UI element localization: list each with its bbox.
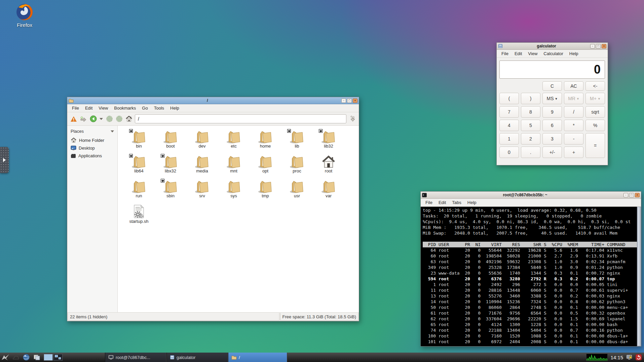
file-item-var[interactable]: var [313,179,344,204]
file-item-lib64[interactable]: lib64 [123,155,155,179]
file-item-proc[interactable]: proc [281,155,313,179]
file-item-home[interactable]: home [250,130,281,155]
calc-key-([interactable]: ( [499,93,519,104]
path-input[interactable] [135,114,346,123]
file-item-srv[interactable]: srv [186,179,218,204]
term-scrollbar-thumb[interactable] [637,207,641,346]
file-item-sys[interactable]: sys [218,179,250,204]
file-manager-icon[interactable] [31,353,42,362]
file-item-root[interactable]: root [313,155,344,179]
file-item-sbin[interactable]: sbin [155,179,186,204]
maximize-button[interactable]: □ [629,193,634,197]
calc-key-<-[interactable]: <- [585,81,605,91]
calc-key-8[interactable]: 8 [521,106,540,118]
menu-file[interactable]: File [499,50,511,57]
file-item-usr[interactable]: usr [281,179,313,204]
calc-key-ac[interactable]: AC [564,81,583,91]
minimize-button[interactable]: - [623,193,628,197]
web-browser-icon[interactable] [21,353,31,362]
fm-places-header[interactable]: Places [67,127,117,136]
maximize-button[interactable]: □ [347,98,352,103]
calc-key-6[interactable]: 6 [542,120,562,131]
calc-key-+/-[interactable]: +/- [542,147,562,158]
power-button[interactable] [635,354,642,361]
menu-help[interactable]: Help [567,50,581,57]
calc-key-*[interactable]: * [564,120,583,131]
calc-key-.[interactable]: . [521,147,540,158]
minimize-all-button[interactable] [10,353,21,362]
menu-tools[interactable]: Tools [151,104,167,112]
calc-key-=[interactable]: = [585,133,605,158]
calc-key-/[interactable]: / [564,106,583,118]
new-tab-icon[interactable] [80,115,87,123]
file-item-startup.sh[interactable]: startup.sh [123,204,155,229]
calc-key-7[interactable]: 7 [499,106,519,118]
file-item-tmp[interactable]: tmp [250,179,281,204]
close-button[interactable]: × [635,193,640,197]
cpu-monitor-icon[interactable] [586,354,608,361]
calc-key-4[interactable]: 4 [499,120,519,131]
file-item-mnt[interactable]: mnt [218,155,250,179]
maximize-button[interactable]: □ [596,44,601,48]
sidebar-item-desktop[interactable]: Desktop [67,144,117,152]
calc-key-+[interactable]: + [564,147,583,158]
file-item-run[interactable]: run [123,179,155,204]
calc-key-c[interactable]: C [542,81,562,91]
workspace-2[interactable] [53,354,63,361]
file-item-etc[interactable]: etc [218,130,250,155]
sidebar-item-home-folder[interactable]: Home Folder [67,136,117,144]
file-item-media[interactable]: media [186,155,218,179]
menu-view[interactable]: View [525,50,540,57]
menu-help[interactable]: Help [465,199,479,206]
file-item-libx32[interactable]: libx32 [155,155,186,179]
term-titlebar[interactable]: root@7c867dbcb35b: ~ -□× [421,192,641,199]
close-button[interactable]: × [353,98,357,103]
file-item-opt[interactable]: opt [250,155,281,179]
sidebar-item-applications[interactable]: Applications [67,152,117,160]
drawer-handle[interactable] [0,147,9,173]
calc-key-1[interactable]: 1 [499,133,519,145]
menu-go[interactable]: Go [139,104,150,112]
file-item-bin[interactable]: bin [123,130,155,155]
chevron-down-icon[interactable] [99,115,103,123]
calc-key-3[interactable]: 3 [542,133,562,145]
menu-tabs[interactable]: Tabs [449,199,464,206]
taskbar-task--[interactable]: / [228,353,287,362]
workspace-1[interactable] [44,354,53,361]
workspace-pager[interactable] [44,354,63,361]
menu-file[interactable]: File [423,199,435,206]
file-item-dev[interactable]: dev [186,130,218,155]
lxde-menu-button[interactable] [0,353,10,362]
lock-screen-icon[interactable] [626,354,633,361]
go-icon[interactable] [349,115,356,123]
firefox-shortcut[interactable]: Firefox [6,3,43,28]
calc-key--[interactable]: - [564,133,583,145]
menu-calculator[interactable]: Calculator [541,50,566,57]
menu-edit[interactable]: Edit [82,104,95,112]
calc-key-ms[interactable]: MS▼ [542,93,562,104]
minimize-button[interactable]: - [341,98,346,103]
calc-key-)[interactable]: ) [521,93,540,104]
calc-key-m+[interactable]: M+▼ [585,93,605,104]
calc-key-2[interactable]: 2 [521,133,540,145]
menu-help[interactable]: Help [167,104,182,112]
home-icon[interactable] [125,115,132,123]
menu-edit[interactable]: Edit [436,199,449,206]
menu-view[interactable]: View [96,104,111,112]
taskbar-task-galculator[interactable]: galculator [166,353,228,362]
file-item-lib32[interactable]: lib32 [313,130,344,155]
calc-key-mr[interactable]: MR▼ [564,93,583,104]
calc-key-%[interactable]: % [585,120,605,131]
calc-titlebar[interactable]: galculator -□× [497,43,608,50]
taskbar-task-root-7c867dbc-[interactable]: root@7c867dbc... [105,353,166,362]
menu-bookmarks[interactable]: Bookmarks [111,104,139,112]
fm-titlebar[interactable]: / -□× [67,97,359,104]
menu-edit[interactable]: Edit [512,50,525,57]
menu-file[interactable]: File [69,104,82,112]
calc-key-sqrt[interactable]: sqrt [585,106,605,118]
file-item-boot[interactable]: boot [155,130,186,155]
back-icon[interactable] [89,115,97,123]
calc-key-5[interactable]: 5 [521,120,540,131]
calc-key-0[interactable]: 0 [499,147,519,158]
minimize-button[interactable]: - [590,44,595,48]
